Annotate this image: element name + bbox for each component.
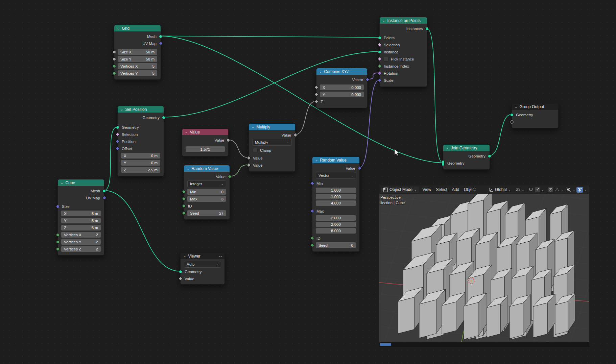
instance_on_points-socket-points[interactable] — [378, 36, 381, 40]
node-header-set_position[interactable]: ⌄Set Position — [118, 106, 164, 113]
collapse-icon[interactable]: ⌄ — [382, 19, 385, 22]
chevron-down-icon[interactable]: ⌄ — [522, 188, 524, 191]
cube-field-vertices-x[interactable]: Vertices X2 — [61, 232, 101, 238]
cube-field-vertices-y[interactable]: Vertices Y2 — [61, 239, 101, 245]
random_value_int-field-max[interactable]: Max3 — [187, 196, 226, 202]
set_position-field-y[interactable]: Y0 m — [121, 160, 160, 166]
node-random_value_int[interactable]: ⌄Random ValueValueInteger⌄Min0Max3IDSeed… — [184, 165, 230, 220]
chevron-down-icon[interactable]: ⌄ — [541, 188, 544, 191]
chevron-down-icon[interactable]: ⌄ — [508, 188, 511, 191]
viewport-menu-select[interactable]: Select — [433, 187, 449, 192]
random_value_vec-field-seed[interactable]: Seed0 — [316, 242, 356, 248]
orientation-label[interactable]: Global — [495, 187, 507, 192]
cube-socket-vertices-y[interactable] — [56, 240, 60, 244]
collapse-icon[interactable]: ⌄ — [185, 130, 188, 134]
node-header-random_value_int[interactable]: ⌄Random Value — [184, 165, 230, 172]
node-header-join_geometry[interactable]: ⌄Join Geometry — [443, 145, 490, 151]
grid-socket-mesh[interactable] — [159, 35, 162, 38]
viewport-menu-object[interactable]: Object — [461, 187, 478, 192]
node-instance_on_points[interactable]: ⌄Instance on PointsInstancesPointsSelect… — [379, 17, 427, 87]
join_geometry-socket-out[interactable] — [488, 154, 491, 158]
node-random_value_vec[interactable]: ⌄Random ValueValueVector⌄Min1.0001.0004.… — [312, 156, 360, 252]
node-set_position[interactable]: ⌄Set PositionGeometryGeometrySelectionPo… — [117, 106, 164, 176]
cube-field-z[interactable]: Z5 m — [61, 225, 101, 230]
value-socket-out[interactable] — [227, 139, 230, 142]
viewer-dropdown[interactable]: Auto⌄ — [184, 261, 221, 268]
node-combine_xyz[interactable]: ⌄Combine XYZVectorX0.000Y0.000Z — [316, 68, 368, 108]
instance_on_points-socket-instance[interactable] — [378, 50, 381, 54]
chevron-down-icon[interactable]: ⌄ — [561, 188, 564, 191]
grid-field-vertices-x[interactable]: Vertices X5 — [118, 63, 157, 69]
3d-viewport[interactable]: Object Mode ⌄ ViewSelectAddObject Global… — [379, 185, 589, 347]
grid-socket-size-y[interactable] — [113, 57, 116, 61]
multiply-dropdown[interactable]: Multiply⌄ — [252, 139, 292, 146]
collapse-icon[interactable]: ⌄ — [319, 70, 322, 73]
node-header-value[interactable]: ⌄Value — [182, 129, 228, 135]
pivot-point-icon[interactable] — [515, 187, 520, 192]
cube-socket-mesh[interactable] — [102, 189, 106, 193]
node-value[interactable]: ⌄ValueValue1.571 — [182, 128, 229, 156]
node-join_geometry[interactable]: ⌄Join GeometryGeometryGeometry — [443, 144, 490, 170]
cube-field-x[interactable]: X5 m — [61, 211, 101, 216]
geometry-nodes-editor[interactable]: ⌄GridMeshUV MapSize X50 mSize Y50 mVerti… — [0, 0, 616, 364]
random_value_int-field-min[interactable]: Min0 — [187, 189, 226, 195]
collapse-icon[interactable]: ⌄ — [252, 125, 254, 129]
instance_on_points-socket-out[interactable] — [425, 27, 429, 30]
node-header-grid[interactable]: ⌄Grid — [114, 25, 161, 31]
join_geometry-socket-geo_in[interactable] — [442, 160, 445, 166]
node-grid[interactable]: ⌄GridMeshUV MapSize X50 mSize Y50 mVerti… — [114, 25, 161, 80]
grid-field-size-x[interactable]: Size X50 m — [118, 49, 157, 55]
cube-field-vertices-z[interactable]: Vertices Z2 — [61, 246, 101, 252]
collapse-icon[interactable]: ⌄ — [117, 27, 120, 30]
random_value_int-field-seed[interactable]: Seed27 — [187, 210, 226, 216]
random_value_vec-field[interactable]: 8.000 — [316, 228, 356, 234]
grid-field-size-y[interactable]: Size Y50 m — [118, 56, 157, 62]
combine_xyz-field-y[interactable]: Y0.000 — [320, 92, 364, 97]
collapse-icon[interactable]: ⌄ — [315, 159, 318, 162]
viewport-3d-area[interactable]: Perspective llection | Cube — [379, 194, 589, 342]
cube-socket-vertices-z[interactable] — [56, 247, 60, 251]
collapse-icon[interactable]: ⌄ — [515, 105, 517, 108]
mode-dropdown[interactable]: Object Mode ⌄ — [381, 187, 419, 193]
value-field[interactable]: 1.571 — [186, 146, 225, 152]
checkbox-pick-instance[interactable] — [384, 57, 388, 62]
random_value_vec-field[interactable]: 1.000 — [316, 188, 356, 193]
node-header-random_value_vec[interactable]: ⌄Random Value — [312, 157, 359, 163]
falloff-curve-icon[interactable] — [554, 187, 560, 192]
set_position-socket-geo[interactable] — [162, 116, 165, 119]
visibility-filter-icon[interactable] — [566, 187, 571, 192]
combine_xyz-field-x[interactable]: X0.000 — [320, 84, 364, 90]
cube-socket-vertices-x[interactable] — [56, 233, 60, 237]
chevron-down-icon[interactable]: ⌄ — [584, 188, 587, 191]
collapse-icon[interactable]: ⌄ — [446, 146, 449, 150]
node-header-combine_xyz[interactable]: ⌄Combine XYZ — [316, 68, 367, 75]
collapse-icon[interactable]: ⌄ — [187, 167, 189, 170]
viewport-menu-view[interactable]: View — [420, 187, 434, 192]
random_value_vec-field[interactable]: 2.000 — [316, 215, 356, 221]
node-group_output[interactable]: ⌄Group OutputGeometry — [512, 103, 559, 128]
proportional-editing-icon[interactable] — [548, 187, 553, 192]
cube-socket-size[interactable] — [56, 205, 60, 208]
collapse-icon[interactable]: ⌄ — [120, 108, 123, 111]
random_value_vec-field[interactable]: 2.000 — [316, 222, 356, 227]
group_output-socket-s[interactable] — [510, 120, 514, 124]
set_position-socket-geo_in[interactable] — [116, 126, 119, 129]
snap-magnet-icon[interactable] — [528, 187, 534, 192]
node-cube[interactable]: ⌄CubeMeshUV MapSizeX5 mY5 mZ5 mVertices … — [57, 179, 104, 256]
node-header-group_output[interactable]: ⌄Group Output — [512, 103, 558, 110]
node-multiply[interactable]: ⌄MultiplyValueMultiply⌄ClampValueValue — [248, 123, 295, 172]
node-header-instance_on_points[interactable]: ⌄Instance on Points — [380, 17, 427, 24]
node-viewer[interactable]: ⌄Viewer⌄Auto⌄GeometryValue — [180, 252, 225, 285]
random_value_int-dropdown[interactable]: Integer⌄ — [187, 180, 226, 187]
node-header-cube[interactable]: ⌄Cube — [58, 179, 104, 186]
viewport-menu-add[interactable]: Add — [450, 187, 461, 192]
random_value_vec-field[interactable]: 1.000 — [316, 194, 356, 199]
collapse-icon[interactable]: ⌄ — [183, 254, 186, 258]
chevron-down-icon[interactable]: ⌄ — [573, 188, 575, 191]
gizmo-toggle-button[interactable] — [576, 187, 583, 193]
grid-socket-vertices-x[interactable] — [113, 65, 116, 68]
collapse-icon[interactable]: ⌄ — [61, 181, 63, 185]
transform-orientation-icon[interactable] — [489, 187, 494, 192]
set_position-field-z[interactable]: Z2.5 m — [121, 167, 160, 173]
grid-socket-vertices-y[interactable] — [113, 72, 116, 75]
